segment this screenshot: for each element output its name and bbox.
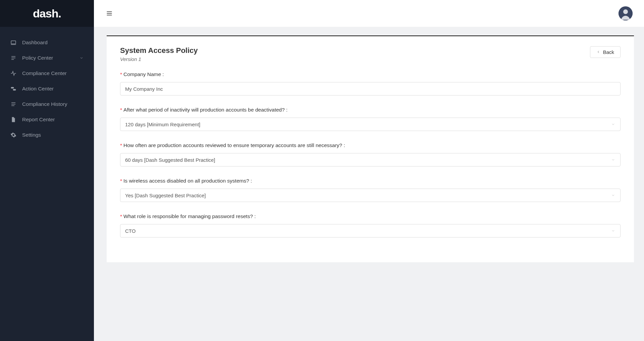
avatar[interactable] [619,6,633,20]
svg-point-14 [623,9,628,14]
sidebar-item-label: Compliance Center [22,70,84,76]
content-wrap: System Access Policy Version 1 Back *Com… [94,27,644,341]
field-label: *How often are production accounts revie… [120,142,621,148]
field-label: *Is wireless access disabled on all prod… [120,178,621,184]
sidebar-item-action-center[interactable]: Action Center [0,81,94,96]
required-star: * [120,213,122,219]
sidebar-item-label: Dashboard [22,40,84,46]
select-value: 60 days [Dash Suggested Best Practice] [125,157,215,163]
chevron-left-icon [596,49,600,55]
back-button[interactable]: Back [590,46,621,58]
topbar [94,0,644,27]
back-button-label: Back [603,49,614,55]
inactivity-period-select[interactable]: 120 days [Minimum Requirement] [120,118,621,131]
activity-icon [10,70,17,77]
sidebar-item-label: Action Center [22,86,84,92]
field-company-name: *Company Name : [120,71,621,95]
laptop-icon [10,39,17,46]
field-inactivity-period: *After what period of inactivity will pr… [120,107,621,131]
field-review-frequency: *How often are production accounts revie… [120,142,621,166]
main: System Access Policy Version 1 Back *Com… [94,0,644,341]
toggle-icon [10,85,17,92]
field-label: *What role is responsible for managing p… [120,213,621,219]
sidebar-item-dashboard[interactable]: Dashboard [0,35,94,50]
company-name-input[interactable] [120,82,621,95]
select-value: Yes [Dash Suggested Best Practice] [125,193,206,198]
svg-rect-5 [11,87,14,89]
chevron-down-icon [611,157,615,162]
content-card: System Access Policy Version 1 Back *Com… [107,36,634,262]
sidebar-item-report-center[interactable]: Report Center [0,112,94,127]
select-value: CTO [125,228,136,234]
field-label: *Company Name : [120,71,621,77]
field-password-reset-role: *What role is responsible for managing p… [120,213,621,237]
logo: dash. [33,7,61,20]
required-star: * [120,107,122,113]
page-title-block: System Access Policy Version 1 [120,46,198,62]
field-label: *After what period of inactivity will pr… [120,107,621,113]
sidebar-item-label: Policy Center [22,55,79,61]
sidebar-item-settings[interactable]: Settings [0,127,94,143]
page-subtitle: Version 1 [120,56,198,62]
password-reset-role-select[interactable]: CTO [120,224,621,237]
review-frequency-select[interactable]: 60 days [Dash Suggested Best Practice] [120,153,621,166]
field-wireless-access: *Is wireless access disabled on all prod… [120,178,621,202]
page-title: System Access Policy [120,46,198,55]
wireless-access-select[interactable]: Yes [Dash Suggested Best Practice] [120,189,621,202]
lines-icon [10,101,17,108]
sidebar-item-label: Report Center [22,117,84,123]
file-icon [10,116,17,123]
sidebar-item-label: Settings [22,132,84,138]
list-icon [10,55,17,61]
select-value: 120 days [Minimum Requirement] [125,122,200,127]
sidebar-item-compliance-center[interactable]: Compliance Center [0,66,94,81]
required-star: * [120,178,122,184]
gear-icon [10,132,17,138]
svg-rect-6 [13,89,16,91]
page-head: System Access Policy Version 1 Back [120,46,621,62]
chevron-down-icon [79,56,84,60]
logo-area: dash. [0,0,94,27]
sidebar-item-label: Compliance History [22,101,84,107]
required-star: * [120,71,122,77]
chevron-down-icon [611,193,615,198]
chevron-down-icon [611,228,615,233]
chevron-down-icon [611,122,615,127]
required-star: * [120,142,122,148]
sidebar-item-policy-center[interactable]: Policy Center [0,50,94,66]
menu-toggle-icon[interactable] [105,9,113,17]
sidebar-item-compliance-history[interactable]: Compliance History [0,96,94,112]
sidebar: dash. Dashboard Policy Center [0,0,94,341]
svg-rect-0 [11,41,16,44]
sidebar-nav: Dashboard Policy Center Compliance Cente… [0,27,94,151]
